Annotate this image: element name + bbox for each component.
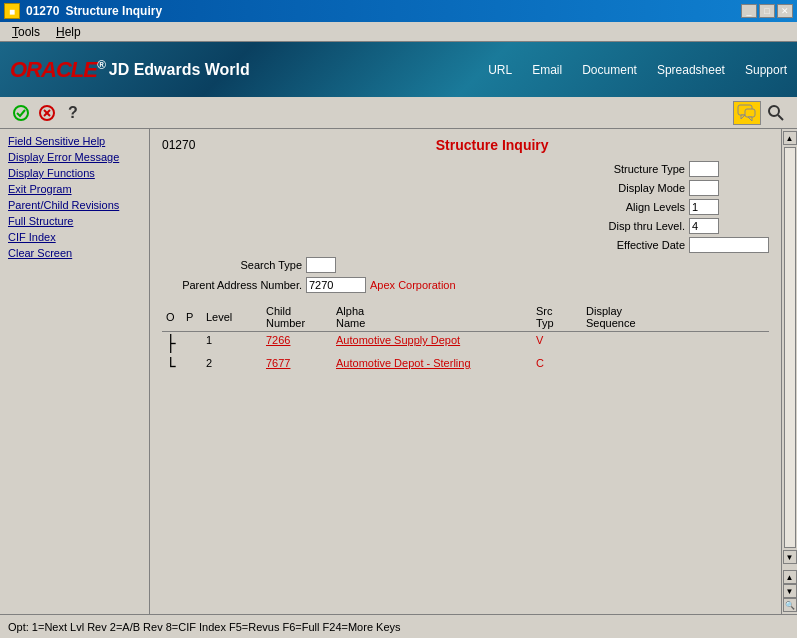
page-up-button[interactable]: ▲ <box>783 570 797 584</box>
help-button[interactable]: ? <box>62 102 84 124</box>
menu-tools[interactable]: Tools <box>4 23 48 41</box>
sidebar-item-display-error-message[interactable]: Display Error Message <box>0 149 149 165</box>
svg-rect-6 <box>745 109 755 117</box>
right-fields-panel: Structure Type Display Mode Align Levels… <box>565 161 769 253</box>
zoom-in-button[interactable]: 🔍 <box>783 598 797 612</box>
jde-text: JD Edwards World <box>109 61 250 79</box>
row1-child-number[interactable]: 7266 <box>262 332 332 356</box>
data-table: O P Level ChildNumber AlphaName <box>162 303 769 378</box>
svg-point-0 <box>14 106 28 120</box>
sidebar-item-exit-program[interactable]: Exit Program <box>0 181 149 197</box>
display-mode-row: Display Mode <box>565 180 769 196</box>
col-header-p: P <box>182 303 202 332</box>
table-row: ├ 1 7266 Automotive Supply Depot V <box>162 332 769 356</box>
row2-indicator: └ <box>162 355 182 378</box>
nav-support[interactable]: Support <box>745 63 787 77</box>
nav-spreadsheet[interactable]: Spreadsheet <box>657 63 725 77</box>
effective-date-label: Effective Date <box>565 239 685 251</box>
table-row: └ 2 7677 Automotive Depot - Sterling C <box>162 355 769 378</box>
company-name: Apex Corporation <box>370 279 456 291</box>
sidebar-item-clear-screen[interactable]: Clear Screen <box>0 245 149 261</box>
chat-icon-button[interactable] <box>733 101 761 125</box>
sidebar-item-field-sensitive-help[interactable]: Field Sensitive Help <box>0 133 149 149</box>
row1-src-type: V <box>532 332 582 356</box>
close-button[interactable]: ✕ <box>777 4 793 18</box>
row1-display-seq <box>582 332 769 356</box>
display-mode-label: Display Mode <box>565 182 685 194</box>
minimize-button[interactable]: _ <box>741 4 757 18</box>
sidebar-item-cif-index[interactable]: CIF Index <box>0 229 149 245</box>
col-header-alpha-name: AlphaName <box>332 303 532 332</box>
sidebar: Field Sensitive Help Display Error Messa… <box>0 129 150 614</box>
title-bar: ■ 01270 Structure Inquiry _ □ ✕ <box>0 0 797 22</box>
row1-indicator: ├ <box>162 332 182 356</box>
scroll-up-button[interactable]: ▲ <box>783 131 797 145</box>
maximize-button[interactable]: □ <box>759 4 775 18</box>
title-bar-left: ■ 01270 Structure Inquiry <box>4 3 162 19</box>
structure-type-input[interactable] <box>689 161 719 177</box>
row1-alpha-name[interactable]: Automotive Supply Depot <box>332 332 532 356</box>
scroll-arrows-group: ▲ ▼ 🔍 <box>783 570 797 612</box>
menu-bar: Tools Help <box>0 22 797 42</box>
disp-thru-level-label: Disp thru Level. <box>565 220 685 232</box>
row1-p <box>182 332 202 356</box>
effective-date-row: Effective Date <box>565 237 769 253</box>
cancel-button[interactable] <box>36 102 58 124</box>
sidebar-item-display-functions[interactable]: Display Functions <box>0 165 149 181</box>
parent-address-input[interactable] <box>306 277 366 293</box>
col-header-level: Level <box>202 303 262 332</box>
sidebar-item-full-structure[interactable]: Full Structure <box>0 213 149 229</box>
row2-level: 2 <box>202 355 262 378</box>
fields-row: Structure Type Display Mode Align Levels… <box>162 161 769 253</box>
svg-point-8 <box>769 106 779 116</box>
structure-type-label: Structure Type <box>565 163 685 175</box>
sidebar-item-parent-child-revisions[interactable]: Parent/Child Revisions <box>0 197 149 213</box>
oracle-header: ORACLE® JD Edwards World URL Email Docum… <box>0 42 797 97</box>
align-levels-row: Align Levels <box>565 199 769 215</box>
form-area: 01270 Structure Inquiry Structure Type D… <box>150 129 781 614</box>
scrollbar: ▲ ▼ ▲ ▼ 🔍 <box>781 129 797 614</box>
app-id: 01270 <box>26 4 59 18</box>
search-type-row: Search Type <box>162 257 769 273</box>
row2-display-seq <box>582 355 769 378</box>
nav-email[interactable]: Email <box>532 63 562 77</box>
search-type-label: Search Type <box>162 259 302 271</box>
svg-marker-5 <box>741 115 745 119</box>
title-bar-buttons: _ □ ✕ <box>741 4 793 18</box>
toolbar-right <box>733 101 787 125</box>
align-levels-input[interactable] <box>689 199 719 215</box>
effective-date-input[interactable] <box>689 237 769 253</box>
col-header-display-seq: DisplaySequence <box>582 303 769 332</box>
row2-p <box>182 355 202 378</box>
disp-thru-level-row: Disp thru Level. <box>565 218 769 234</box>
search-type-input[interactable] <box>306 257 336 273</box>
form-title-row: 01270 Structure Inquiry <box>162 137 769 153</box>
status-bar: Opt: 1=Next Lvl Rev 2=A/B Rev 8=CIF Inde… <box>0 614 797 638</box>
svg-line-9 <box>778 115 783 120</box>
scroll-down-button[interactable]: ▼ <box>783 550 797 564</box>
row1-level: 1 <box>202 332 262 356</box>
main-area: Field Sensitive Help Display Error Messa… <box>0 129 797 614</box>
oracle-brand-text: ORACLE® <box>10 57 105 83</box>
row2-child-number[interactable]: 7677 <box>262 355 332 378</box>
parent-address-label: Parent Address Number. <box>162 279 302 291</box>
page-down-button[interactable]: ▼ <box>783 584 797 598</box>
status-text: Opt: 1=Next Lvl Rev 2=A/B Rev 8=CIF Inde… <box>8 621 401 633</box>
nav-url[interactable]: URL <box>488 63 512 77</box>
svg-marker-7 <box>748 117 752 121</box>
app-title: Structure Inquiry <box>65 4 162 18</box>
parent-address-row: Parent Address Number. Apex Corporation <box>162 277 769 293</box>
oracle-logo: ORACLE® JD Edwards World <box>10 57 250 83</box>
confirm-button[interactable] <box>10 102 32 124</box>
nav-document[interactable]: Document <box>582 63 637 77</box>
row2-alpha-name[interactable]: Automotive Depot - Sterling <box>332 355 532 378</box>
display-mode-input[interactable] <box>689 180 719 196</box>
nav-links: URL Email Document Spreadsheet Support <box>488 63 787 77</box>
col-header-child-number: ChildNumber <box>262 303 332 332</box>
toolbar: ? <box>0 97 797 129</box>
col-header-op: O <box>162 303 182 332</box>
search-button[interactable] <box>765 102 787 124</box>
disp-thru-level-input[interactable] <box>689 218 719 234</box>
left-fields <box>162 161 565 253</box>
menu-help[interactable]: Help <box>48 23 89 41</box>
